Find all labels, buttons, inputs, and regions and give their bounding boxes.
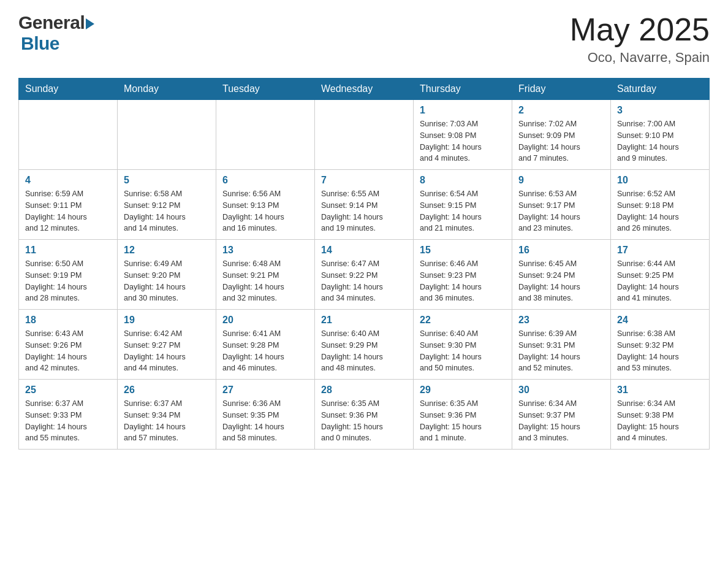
day-info: Sunrise: 6:50 AM Sunset: 9:19 PM Dayligh… bbox=[25, 258, 111, 304]
calendar-week-4: 18Sunrise: 6:43 AM Sunset: 9:26 PM Dayli… bbox=[19, 310, 710, 380]
logo-blue-text: Blue bbox=[21, 33, 59, 54]
calendar-cell: 18Sunrise: 6:43 AM Sunset: 9:26 PM Dayli… bbox=[19, 310, 118, 380]
day-number: 20 bbox=[222, 315, 308, 326]
calendar-cell: 14Sunrise: 6:47 AM Sunset: 9:22 PM Dayli… bbox=[315, 240, 414, 310]
weekday-header-sunday: Sunday bbox=[19, 79, 118, 100]
day-number: 12 bbox=[124, 245, 210, 256]
weekday-header-saturday: Saturday bbox=[611, 79, 710, 100]
day-info: Sunrise: 6:55 AM Sunset: 9:14 PM Dayligh… bbox=[321, 188, 407, 234]
calendar-table: SundayMondayTuesdayWednesdayThursdayFrid… bbox=[18, 78, 710, 450]
calendar-cell: 29Sunrise: 6:35 AM Sunset: 9:36 PM Dayli… bbox=[414, 380, 512, 450]
day-info: Sunrise: 6:58 AM Sunset: 9:12 PM Dayligh… bbox=[124, 188, 210, 234]
day-number: 15 bbox=[420, 245, 506, 256]
calendar-cell: 5Sunrise: 6:58 AM Sunset: 9:12 PM Daylig… bbox=[118, 170, 216, 240]
calendar-cell bbox=[118, 100, 216, 170]
day-number: 26 bbox=[124, 385, 210, 396]
day-number: 24 bbox=[617, 315, 703, 326]
calendar-cell: 8Sunrise: 6:54 AM Sunset: 9:15 PM Daylig… bbox=[414, 170, 512, 240]
calendar-cell: 15Sunrise: 6:46 AM Sunset: 9:23 PM Dayli… bbox=[414, 240, 512, 310]
day-number: 10 bbox=[617, 175, 703, 186]
day-info: Sunrise: 6:37 AM Sunset: 9:33 PM Dayligh… bbox=[25, 398, 111, 444]
calendar-cell: 26Sunrise: 6:37 AM Sunset: 9:34 PM Dayli… bbox=[118, 380, 216, 450]
day-number: 6 bbox=[222, 175, 308, 186]
day-info: Sunrise: 6:39 AM Sunset: 9:31 PM Dayligh… bbox=[518, 328, 604, 374]
title-section: May 2025 Oco, Navarre, Spain bbox=[570, 12, 710, 66]
day-info: Sunrise: 6:40 AM Sunset: 9:29 PM Dayligh… bbox=[321, 328, 407, 374]
calendar-week-5: 25Sunrise: 6:37 AM Sunset: 9:33 PM Dayli… bbox=[19, 380, 710, 450]
day-info: Sunrise: 6:42 AM Sunset: 9:27 PM Dayligh… bbox=[124, 328, 210, 374]
day-info: Sunrise: 6:44 AM Sunset: 9:25 PM Dayligh… bbox=[617, 258, 703, 304]
month-title: May 2025 bbox=[570, 12, 710, 47]
page-header: General Blue May 2025 Oco, Navarre, Spai… bbox=[18, 12, 710, 66]
calendar-cell: 21Sunrise: 6:40 AM Sunset: 9:29 PM Dayli… bbox=[315, 310, 414, 380]
day-info: Sunrise: 6:48 AM Sunset: 9:21 PM Dayligh… bbox=[222, 258, 308, 304]
weekday-header-tuesday: Tuesday bbox=[216, 79, 315, 100]
location-text: Oco, Navarre, Spain bbox=[570, 50, 710, 66]
day-number: 8 bbox=[420, 175, 506, 186]
day-number: 11 bbox=[25, 245, 111, 256]
weekday-header-row: SundayMondayTuesdayWednesdayThursdayFrid… bbox=[19, 79, 710, 100]
calendar-week-3: 11Sunrise: 6:50 AM Sunset: 9:19 PM Dayli… bbox=[19, 240, 710, 310]
calendar-cell: 24Sunrise: 6:38 AM Sunset: 9:32 PM Dayli… bbox=[611, 310, 710, 380]
calendar-cell: 10Sunrise: 6:52 AM Sunset: 9:18 PM Dayli… bbox=[611, 170, 710, 240]
calendar-cell bbox=[19, 100, 118, 170]
day-info: Sunrise: 6:38 AM Sunset: 9:32 PM Dayligh… bbox=[617, 328, 703, 374]
day-info: Sunrise: 6:56 AM Sunset: 9:13 PM Dayligh… bbox=[222, 188, 308, 234]
weekday-header-friday: Friday bbox=[512, 79, 611, 100]
day-number: 25 bbox=[25, 385, 111, 396]
day-number: 1 bbox=[420, 105, 506, 116]
day-info: Sunrise: 7:00 AM Sunset: 9:10 PM Dayligh… bbox=[617, 118, 703, 164]
day-info: Sunrise: 7:02 AM Sunset: 9:09 PM Dayligh… bbox=[518, 118, 604, 164]
calendar-cell: 16Sunrise: 6:45 AM Sunset: 9:24 PM Dayli… bbox=[512, 240, 611, 310]
day-info: Sunrise: 6:59 AM Sunset: 9:11 PM Dayligh… bbox=[25, 188, 111, 234]
day-number: 4 bbox=[25, 175, 111, 186]
calendar-cell: 1Sunrise: 7:03 AM Sunset: 9:08 PM Daylig… bbox=[414, 100, 512, 170]
day-info: Sunrise: 6:34 AM Sunset: 9:38 PM Dayligh… bbox=[617, 398, 703, 444]
day-info: Sunrise: 6:35 AM Sunset: 9:36 PM Dayligh… bbox=[321, 398, 407, 444]
day-number: 2 bbox=[518, 105, 604, 116]
calendar-cell: 11Sunrise: 6:50 AM Sunset: 9:19 PM Dayli… bbox=[19, 240, 118, 310]
calendar-cell: 22Sunrise: 6:40 AM Sunset: 9:30 PM Dayli… bbox=[414, 310, 512, 380]
day-info: Sunrise: 6:53 AM Sunset: 9:17 PM Dayligh… bbox=[518, 188, 604, 234]
calendar-week-2: 4Sunrise: 6:59 AM Sunset: 9:11 PM Daylig… bbox=[19, 170, 710, 240]
calendar-week-1: 1Sunrise: 7:03 AM Sunset: 9:08 PM Daylig… bbox=[19, 100, 710, 170]
logo: General Blue bbox=[18, 12, 94, 54]
day-number: 21 bbox=[321, 315, 407, 326]
calendar-cell bbox=[216, 100, 315, 170]
calendar-cell: 2Sunrise: 7:02 AM Sunset: 9:09 PM Daylig… bbox=[512, 100, 611, 170]
calendar-cell: 31Sunrise: 6:34 AM Sunset: 9:38 PM Dayli… bbox=[611, 380, 710, 450]
day-info: Sunrise: 6:43 AM Sunset: 9:26 PM Dayligh… bbox=[25, 328, 111, 374]
calendar-cell: 20Sunrise: 6:41 AM Sunset: 9:28 PM Dayli… bbox=[216, 310, 315, 380]
calendar-cell: 25Sunrise: 6:37 AM Sunset: 9:33 PM Dayli… bbox=[19, 380, 118, 450]
day-number: 27 bbox=[222, 385, 308, 396]
day-number: 17 bbox=[617, 245, 703, 256]
day-info: Sunrise: 7:03 AM Sunset: 9:08 PM Dayligh… bbox=[420, 118, 506, 164]
weekday-header-monday: Monday bbox=[118, 79, 216, 100]
day-number: 29 bbox=[420, 385, 506, 396]
day-info: Sunrise: 6:37 AM Sunset: 9:34 PM Dayligh… bbox=[124, 398, 210, 444]
day-number: 5 bbox=[124, 175, 210, 186]
calendar-cell: 28Sunrise: 6:35 AM Sunset: 9:36 PM Dayli… bbox=[315, 380, 414, 450]
calendar-cell: 17Sunrise: 6:44 AM Sunset: 9:25 PM Dayli… bbox=[611, 240, 710, 310]
day-info: Sunrise: 6:36 AM Sunset: 9:35 PM Dayligh… bbox=[222, 398, 308, 444]
logo-general-text: General bbox=[18, 12, 85, 33]
day-number: 30 bbox=[518, 385, 604, 396]
day-number: 22 bbox=[420, 315, 506, 326]
day-number: 18 bbox=[25, 315, 111, 326]
calendar-cell: 6Sunrise: 6:56 AM Sunset: 9:13 PM Daylig… bbox=[216, 170, 315, 240]
day-info: Sunrise: 6:41 AM Sunset: 9:28 PM Dayligh… bbox=[222, 328, 308, 374]
day-number: 23 bbox=[518, 315, 604, 326]
day-info: Sunrise: 6:45 AM Sunset: 9:24 PM Dayligh… bbox=[518, 258, 604, 304]
day-info: Sunrise: 6:49 AM Sunset: 9:20 PM Dayligh… bbox=[124, 258, 210, 304]
day-info: Sunrise: 6:40 AM Sunset: 9:30 PM Dayligh… bbox=[420, 328, 506, 374]
day-number: 7 bbox=[321, 175, 407, 186]
calendar-cell: 13Sunrise: 6:48 AM Sunset: 9:21 PM Dayli… bbox=[216, 240, 315, 310]
calendar-cell: 27Sunrise: 6:36 AM Sunset: 9:35 PM Dayli… bbox=[216, 380, 315, 450]
day-number: 31 bbox=[617, 385, 703, 396]
day-number: 14 bbox=[321, 245, 407, 256]
day-info: Sunrise: 6:47 AM Sunset: 9:22 PM Dayligh… bbox=[321, 258, 407, 304]
calendar-cell bbox=[315, 100, 414, 170]
weekday-header-wednesday: Wednesday bbox=[315, 79, 414, 100]
day-number: 19 bbox=[124, 315, 210, 326]
day-number: 16 bbox=[518, 245, 604, 256]
